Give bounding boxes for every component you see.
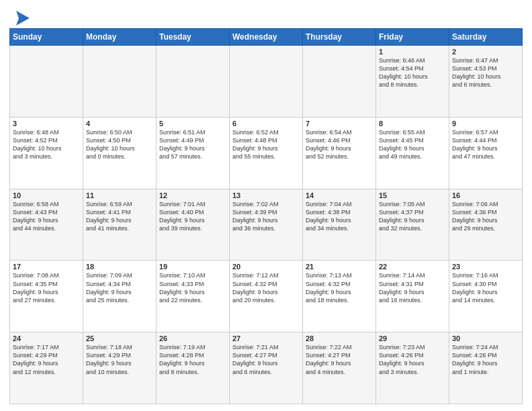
calendar-cell: 4Sunrise: 6:50 AM Sunset: 4:50 PM Daylig… (83, 117, 157, 189)
day-number: 24 (13, 334, 80, 342)
calendar-cell: 22Sunrise: 7:14 AM Sunset: 4:31 PM Dayli… (376, 261, 449, 332)
day-info: Sunrise: 7:10 AM Sunset: 4:33 PM Dayligh… (159, 271, 226, 304)
day-number: 27 (232, 334, 300, 342)
calendar-cell: 6Sunrise: 6:52 AM Sunset: 4:48 PM Daylig… (230, 117, 303, 189)
calendar-cell: 3Sunrise: 6:48 AM Sunset: 4:52 PM Daylig… (10, 117, 83, 189)
weekday-tuesday: Tuesday (157, 29, 230, 46)
calendar-cell: 7Sunrise: 6:54 AM Sunset: 4:46 PM Daylig… (303, 117, 376, 189)
calendar-cell (230, 46, 303, 118)
day-number: 8 (379, 120, 446, 128)
calendar-cell: 11Sunrise: 6:59 AM Sunset: 4:41 PM Dayli… (83, 189, 157, 261)
calendar-cell: 27Sunrise: 7:21 AM Sunset: 4:27 PM Dayli… (230, 332, 303, 404)
weekday-saturday: Saturday (449, 29, 523, 46)
day-number: 12 (159, 191, 226, 199)
day-number: 25 (86, 334, 153, 342)
day-info: Sunrise: 6:51 AM Sunset: 4:49 PM Dayligh… (159, 128, 226, 161)
calendar-cell: 8Sunrise: 6:55 AM Sunset: 4:45 PM Daylig… (376, 117, 449, 189)
day-info: Sunrise: 6:48 AM Sunset: 4:52 PM Dayligh… (13, 128, 80, 161)
calendar-cell: 9Sunrise: 6:57 AM Sunset: 4:44 PM Daylig… (449, 117, 523, 189)
calendar-cell: 19Sunrise: 7:10 AM Sunset: 4:33 PM Dayli… (157, 261, 230, 332)
header (9, 7, 523, 24)
weekday-friday: Friday (376, 29, 449, 46)
calendar-cell: 2Sunrise: 6:47 AM Sunset: 4:53 PM Daylig… (449, 46, 523, 118)
day-number: 21 (306, 263, 373, 271)
day-info: Sunrise: 7:18 AM Sunset: 4:29 PM Dayligh… (86, 343, 153, 376)
weekday-thursday: Thursday (303, 29, 376, 46)
calendar-cell: 16Sunrise: 7:06 AM Sunset: 4:36 PM Dayli… (449, 189, 523, 261)
calendar-week-row: 1Sunrise: 6:46 AM Sunset: 4:54 PM Daylig… (10, 46, 523, 118)
day-number: 28 (306, 334, 373, 342)
calendar-cell (10, 46, 83, 118)
day-info: Sunrise: 6:52 AM Sunset: 4:48 PM Dayligh… (232, 128, 300, 161)
day-number: 29 (379, 334, 446, 342)
day-info: Sunrise: 7:24 AM Sunset: 4:26 PM Dayligh… (452, 343, 519, 376)
day-number: 18 (86, 263, 153, 271)
calendar-cell: 25Sunrise: 7:18 AM Sunset: 4:29 PM Dayli… (83, 332, 157, 404)
day-number: 16 (452, 191, 519, 199)
logo (9, 9, 31, 24)
weekday-monday: Monday (83, 29, 157, 46)
day-number: 4 (86, 120, 153, 128)
calendar-week-row: 3Sunrise: 6:48 AM Sunset: 4:52 PM Daylig… (10, 117, 523, 189)
calendar-cell: 17Sunrise: 7:08 AM Sunset: 4:35 PM Dayli… (10, 261, 83, 332)
day-number: 15 (379, 191, 446, 199)
weekday-wednesday: Wednesday (230, 29, 303, 46)
day-info: Sunrise: 6:54 AM Sunset: 4:46 PM Dayligh… (306, 128, 373, 161)
day-info: Sunrise: 7:14 AM Sunset: 4:31 PM Dayligh… (379, 271, 446, 304)
day-number: 22 (379, 263, 446, 271)
calendar-table: SundayMondayTuesdayWednesdayThursdayFrid… (9, 28, 523, 404)
day-info: Sunrise: 7:09 AM Sunset: 4:34 PM Dayligh… (86, 271, 153, 304)
calendar-week-row: 10Sunrise: 6:58 AM Sunset: 4:43 PM Dayli… (10, 189, 523, 261)
day-info: Sunrise: 7:21 AM Sunset: 4:27 PM Dayligh… (232, 343, 300, 376)
day-info: Sunrise: 7:17 AM Sunset: 4:29 PM Dayligh… (13, 343, 80, 376)
calendar-cell: 26Sunrise: 7:19 AM Sunset: 4:28 PM Dayli… (157, 332, 230, 404)
day-number: 6 (232, 120, 300, 128)
day-info: Sunrise: 7:16 AM Sunset: 4:30 PM Dayligh… (452, 271, 519, 304)
day-info: Sunrise: 7:13 AM Sunset: 4:32 PM Dayligh… (306, 271, 373, 304)
day-number: 17 (13, 263, 80, 271)
day-info: Sunrise: 6:58 AM Sunset: 4:43 PM Dayligh… (13, 200, 80, 233)
calendar-cell (157, 46, 230, 118)
weekday-header-row: SundayMondayTuesdayWednesdayThursdayFrid… (10, 29, 523, 46)
day-info: Sunrise: 7:06 AM Sunset: 4:36 PM Dayligh… (452, 200, 519, 233)
day-info: Sunrise: 7:05 AM Sunset: 4:37 PM Dayligh… (379, 200, 446, 233)
day-number: 23 (452, 263, 519, 271)
day-number: 1 (379, 48, 446, 56)
calendar-header: SundayMondayTuesdayWednesdayThursdayFrid… (10, 29, 523, 46)
calendar-cell: 13Sunrise: 7:02 AM Sunset: 4:39 PM Dayli… (230, 189, 303, 261)
day-number: 7 (306, 120, 373, 128)
day-number: 26 (159, 334, 226, 342)
day-number: 2 (452, 48, 519, 56)
logo-icon (11, 9, 31, 27)
day-info: Sunrise: 6:55 AM Sunset: 4:45 PM Dayligh… (379, 128, 446, 161)
calendar-cell: 28Sunrise: 7:22 AM Sunset: 4:27 PM Dayli… (303, 332, 376, 404)
calendar-cell: 21Sunrise: 7:13 AM Sunset: 4:32 PM Dayli… (303, 261, 376, 332)
day-number: 10 (13, 191, 80, 199)
calendar-cell: 23Sunrise: 7:16 AM Sunset: 4:30 PM Dayli… (449, 261, 523, 332)
day-info: Sunrise: 7:01 AM Sunset: 4:40 PM Dayligh… (159, 200, 226, 233)
day-info: Sunrise: 7:19 AM Sunset: 4:28 PM Dayligh… (159, 343, 226, 376)
day-info: Sunrise: 7:08 AM Sunset: 4:35 PM Dayligh… (13, 271, 80, 304)
page: SundayMondayTuesdayWednesdayThursdayFrid… (0, 0, 532, 411)
day-info: Sunrise: 7:23 AM Sunset: 4:26 PM Dayligh… (379, 343, 446, 376)
calendar-cell: 29Sunrise: 7:23 AM Sunset: 4:26 PM Dayli… (376, 332, 449, 404)
calendar-cell: 5Sunrise: 6:51 AM Sunset: 4:49 PM Daylig… (157, 117, 230, 189)
day-number: 5 (159, 120, 226, 128)
calendar-cell: 14Sunrise: 7:04 AM Sunset: 4:38 PM Dayli… (303, 189, 376, 261)
day-number: 20 (232, 263, 300, 271)
day-info: Sunrise: 6:46 AM Sunset: 4:54 PM Dayligh… (379, 56, 446, 89)
day-info: Sunrise: 7:22 AM Sunset: 4:27 PM Dayligh… (306, 343, 373, 376)
day-info: Sunrise: 7:02 AM Sunset: 4:39 PM Dayligh… (232, 200, 300, 233)
calendar-cell: 15Sunrise: 7:05 AM Sunset: 4:37 PM Dayli… (376, 189, 449, 261)
weekday-sunday: Sunday (10, 29, 83, 46)
day-info: Sunrise: 6:59 AM Sunset: 4:41 PM Dayligh… (86, 200, 153, 233)
calendar-cell: 1Sunrise: 6:46 AM Sunset: 4:54 PM Daylig… (376, 46, 449, 118)
calendar-cell: 12Sunrise: 7:01 AM Sunset: 4:40 PM Dayli… (157, 189, 230, 261)
calendar-week-row: 24Sunrise: 7:17 AM Sunset: 4:29 PM Dayli… (10, 332, 523, 404)
day-number: 14 (306, 191, 373, 199)
calendar-cell (83, 46, 157, 118)
svg-marker-0 (16, 11, 30, 26)
day-info: Sunrise: 6:57 AM Sunset: 4:44 PM Dayligh… (452, 128, 519, 161)
calendar-body: 1Sunrise: 6:46 AM Sunset: 4:54 PM Daylig… (10, 46, 523, 404)
day-info: Sunrise: 7:12 AM Sunset: 4:32 PM Dayligh… (232, 271, 300, 304)
